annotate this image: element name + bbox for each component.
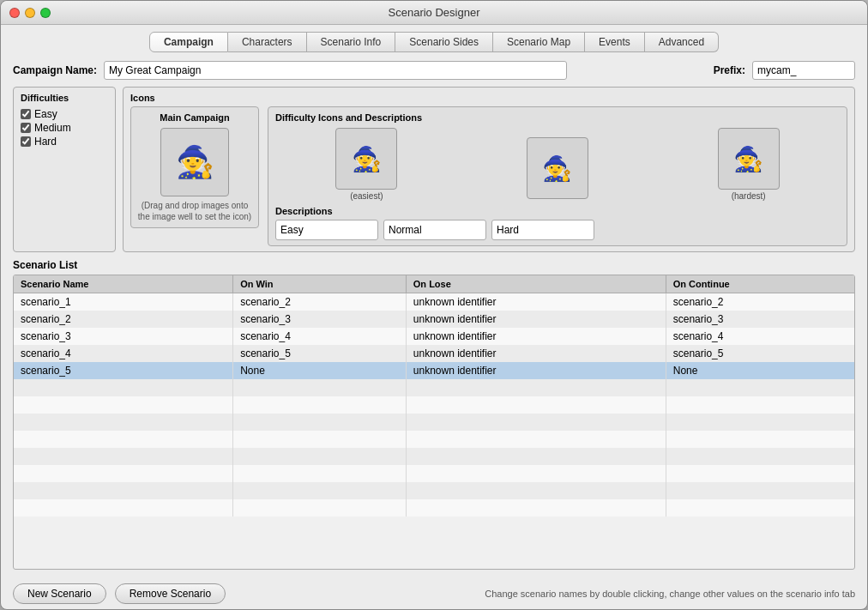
close-button[interactable]	[9, 8, 20, 18]
col-on-win: On Win	[233, 275, 407, 293]
table-row[interactable]: scenario_3 scenario_4 unknown identifier…	[14, 328, 854, 345]
diff-icons-title: Difficulty Icons and Descriptions	[275, 112, 840, 123]
campaign-name-input[interactable]	[104, 61, 567, 80]
cell-on-lose: unknown identifier	[406, 293, 666, 311]
table-row-empty	[14, 431, 854, 448]
col-on-lose: On Lose	[406, 275, 666, 293]
icons-section: Icons Main Campaign 🧙 (Drag and drop ima…	[123, 87, 855, 252]
tab-campaign[interactable]: Campaign	[149, 32, 228, 52]
diff-icon-0: 🧙	[352, 145, 382, 173]
scenario-list-section: Scenario List Scenario Name On Win On Lo…	[13, 259, 855, 570]
descriptions-section: Descriptions	[275, 206, 840, 240]
title-bar: Scenario Designer	[1, 1, 867, 25]
medium-checkbox-row: Medium	[21, 122, 108, 134]
medium-checkbox[interactable]	[21, 123, 31, 133]
table-row-empty	[14, 379, 854, 396]
easy-checkbox-row: Easy	[21, 108, 108, 120]
prefix-label: Prefix:	[714, 64, 745, 76]
cell-on-continue: scenario_5	[666, 345, 854, 362]
minimize-button[interactable]	[25, 8, 35, 18]
campaign-name-label: Campaign Name:	[13, 64, 97, 76]
tab-scenario-info[interactable]: Scenario Info	[307, 32, 396, 52]
main-campaign-title: Main Campaign	[160, 112, 229, 123]
table-header-row: Scenario Name On Win On Lose On Continue	[14, 275, 854, 293]
icons-inner: Main Campaign 🧙 (Drag and drop images on…	[130, 106, 847, 246]
table-row[interactable]: scenario_5 None unknown identifier None	[14, 362, 854, 379]
cell-on-lose: unknown identifier	[406, 311, 666, 328]
main-campaign-box: Main Campaign 🧙 (Drag and drop images on…	[130, 106, 259, 228]
diff-icon-well-0[interactable]: 🧙	[335, 128, 397, 190]
diff-icon-hardest: 🧙 (hardest)	[718, 128, 780, 201]
cell-scenario-name: scenario_2	[14, 311, 233, 328]
bottom-bar: New Scenario Remove Scenario Change scen…	[1, 578, 867, 609]
diff-icon-easiest: 🧙 (easiest)	[335, 128, 397, 201]
difficulty-icons-box: Difficulty Icons and Descriptions 🧙 (eas…	[268, 106, 847, 246]
descriptions-row	[275, 220, 840, 240]
cell-on-continue: scenario_3	[666, 311, 854, 328]
diff-icon-middle: 🧙	[527, 137, 588, 201]
hard-label: Hard	[34, 136, 57, 148]
cell-on-win: scenario_4	[233, 328, 407, 345]
col-scenario-name: Scenario Name	[14, 275, 233, 293]
diff-label-2: (hardest)	[732, 191, 766, 201]
cell-scenario-name: scenario_3	[14, 328, 233, 345]
cell-on-lose: unknown identifier	[406, 345, 666, 362]
diff-icon-well-1[interactable]: 🧙	[527, 137, 588, 199]
tab-advanced[interactable]: Advanced	[645, 32, 719, 52]
difficulties-title: Difficulties	[21, 93, 108, 103]
table-row-empty	[14, 396, 854, 414]
table-row-empty	[14, 465, 854, 482]
cell-on-win: scenario_5	[233, 345, 407, 362]
table-row-empty	[14, 482, 854, 499]
difficulties-panel: Difficulties Easy Medium Hard	[13, 87, 116, 252]
cell-on-lose: unknown identifier	[406, 328, 666, 345]
main-content: Campaign Name: Prefix: Difficulties Easy…	[1, 52, 867, 578]
main-campaign-icon-well[interactable]: 🧙	[160, 128, 229, 196]
table-row[interactable]: scenario_2 scenario_3 unknown identifier…	[14, 311, 854, 328]
desc-easy-input[interactable]	[275, 220, 378, 240]
scenario-table: Scenario Name On Win On Lose On Continue…	[14, 275, 854, 516]
scenario-table-container: Scenario Name On Win On Lose On Continue…	[13, 275, 855, 570]
table-row[interactable]: scenario_1 scenario_2 unknown identifier…	[14, 293, 854, 311]
cell-on-win: None	[233, 362, 407, 379]
main-window: Scenario Designer Campaign Characters Sc…	[0, 0, 868, 610]
diff-icon-1: 🧙	[542, 154, 572, 183]
hard-checkbox-row: Hard	[21, 136, 108, 148]
cell-scenario-name: scenario_4	[14, 345, 233, 362]
tab-characters[interactable]: Characters	[228, 32, 307, 52]
hard-checkbox[interactable]	[21, 136, 31, 147]
cell-on-win: scenario_2	[233, 293, 407, 311]
desc-hard-input[interactable]	[491, 220, 594, 240]
diff-label-0: (easiest)	[350, 191, 383, 201]
difficulties-icons-row: Difficulties Easy Medium Hard Icons	[13, 87, 855, 252]
main-campaign-icon: 🧙	[176, 144, 214, 180]
diff-icons-row: 🧙 (easiest) 🧙	[275, 128, 840, 201]
cell-on-continue: scenario_2	[666, 293, 854, 311]
drag-hint: (Drag and drop images onto the image wel…	[136, 200, 253, 222]
descriptions-title: Descriptions	[275, 206, 840, 216]
window-title: Scenario Designer	[389, 6, 480, 19]
col-on-continue: On Continue	[666, 275, 854, 293]
easy-checkbox[interactable]	[21, 109, 31, 119]
prefix-input[interactable]	[752, 61, 855, 80]
cell-on-win: scenario_3	[233, 311, 407, 328]
cell-on-continue: scenario_4	[666, 328, 854, 345]
table-row[interactable]: scenario_4 scenario_5 unknown identifier…	[14, 345, 854, 362]
diff-icon-2: 🧙	[733, 145, 763, 173]
tab-bar: Campaign Characters Scenario Info Scenar…	[1, 25, 867, 52]
new-scenario-button[interactable]: New Scenario	[13, 583, 106, 604]
medium-label: Medium	[34, 122, 71, 134]
cell-scenario-name: scenario_1	[14, 293, 233, 311]
scenario-list-title: Scenario List	[13, 259, 855, 271]
easy-label: Easy	[34, 108, 57, 120]
tab-events[interactable]: Events	[585, 32, 645, 52]
maximize-button[interactable]	[40, 8, 51, 18]
cell-on-continue: None	[666, 362, 854, 379]
desc-normal-input[interactable]	[383, 220, 486, 240]
table-row-empty	[14, 499, 854, 516]
icons-title: Icons	[130, 93, 847, 103]
tab-scenario-sides[interactable]: Scenario Sides	[395, 32, 493, 52]
diff-icon-well-2[interactable]: 🧙	[718, 128, 780, 190]
remove-scenario-button[interactable]: Remove Scenario	[115, 583, 226, 604]
tab-scenario-map[interactable]: Scenario Map	[493, 32, 585, 52]
